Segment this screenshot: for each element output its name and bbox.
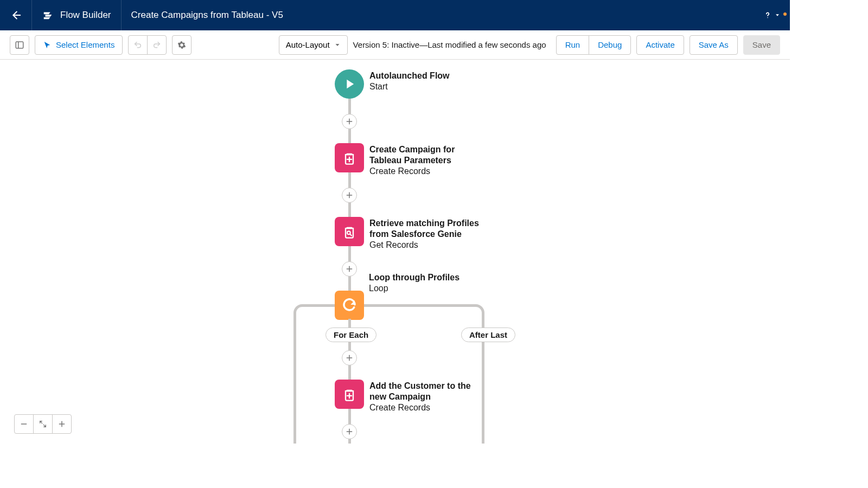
zoom-out-button[interactable]: [14, 414, 34, 434]
cursor-icon: [43, 41, 52, 49]
settings-button[interactable]: [172, 35, 192, 55]
redo-button[interactable]: [147, 35, 167, 55]
connector: [476, 304, 484, 313]
app-header: Flow Builder Create Campaigns from Table…: [0, 0, 790, 30]
create-records-node-2[interactable]: Add the Customer to the new Campaign Cre…: [335, 380, 478, 413]
node-label: Autolaunched Flow Start: [369, 69, 450, 92]
arrow-left-icon: [10, 9, 22, 21]
undo-icon: [133, 41, 142, 49]
start-icon: [335, 69, 364, 99]
loop-node[interactable]: [335, 291, 364, 320]
after-last-label: After Last: [461, 328, 515, 342]
create-records-icon: [335, 380, 364, 409]
start-node[interactable]: Autolaunched Flow Start: [335, 69, 450, 99]
connector: [364, 304, 476, 307]
node-label: Create Campaign for Tableau Parameters C…: [369, 143, 478, 177]
zoom-in-button[interactable]: [52, 414, 72, 434]
toggle-panel-button[interactable]: [10, 35, 29, 55]
redo-icon: [152, 41, 161, 49]
svg-point-1: [767, 17, 768, 18]
connector: [302, 304, 335, 307]
svg-line-13: [350, 234, 352, 236]
run-button[interactable]: Run: [556, 35, 590, 55]
get-records-node[interactable]: Retrieve matching Profiles from Salesfor…: [335, 217, 489, 251]
flow-canvas[interactable]: Autolaunched Flow Start Create Campaign …: [0, 60, 790, 444]
zoom-controls: [14, 414, 72, 434]
connector: [293, 313, 296, 444]
debug-button[interactable]: Debug: [589, 35, 631, 55]
create-records-node[interactable]: Create Campaign for Tableau Parameters C…: [335, 143, 478, 177]
gear-icon: [177, 41, 186, 49]
connector: [293, 304, 302, 313]
add-element-button[interactable]: [342, 261, 357, 277]
version-status: Version 5: Inactive—Last modified a few …: [353, 40, 546, 49]
get-records-icon: [335, 217, 364, 246]
layout-mode-label: Auto-Layout: [286, 40, 330, 49]
select-elements-label: Select Elements: [56, 40, 114, 49]
layout-mode-dropdown[interactable]: Auto-Layout: [279, 35, 348, 55]
plus-icon: [346, 354, 353, 362]
select-elements-button[interactable]: Select Elements: [35, 35, 123, 55]
page-title: Create Campaigns from Tableau - V5: [122, 10, 293, 21]
add-element-button[interactable]: [342, 188, 357, 203]
loop-icon: [335, 291, 364, 320]
back-button[interactable]: [0, 0, 31, 30]
node-label: Add the Customer to the new Campaign Cre…: [369, 380, 478, 413]
app-brand[interactable]: Flow Builder: [31, 0, 122, 30]
add-element-button[interactable]: [342, 114, 357, 129]
plus-icon: [346, 191, 353, 199]
plus-icon: [346, 118, 353, 125]
minus-icon: [20, 420, 28, 428]
plus-icon: [346, 428, 353, 435]
node-label: Retrieve matching Profiles from Salesfor…: [369, 217, 489, 251]
add-element-button[interactable]: [342, 424, 357, 439]
help-icon: [763, 10, 773, 20]
loop-label: Loop through Profiles Loop: [369, 271, 459, 294]
create-records-icon: [335, 143, 364, 172]
save-button[interactable]: Save: [743, 35, 780, 55]
help-menu[interactable]: [753, 10, 790, 20]
flow-builder-icon: [42, 9, 55, 22]
undo-button[interactable]: [128, 35, 148, 55]
chevron-down-icon: [334, 42, 341, 48]
toolbar: Select Elements Auto-Layout Version 5: I…: [0, 30, 790, 60]
plus-icon: [346, 265, 353, 273]
activate-button[interactable]: Activate: [636, 35, 684, 55]
panel-left-icon: [15, 40, 24, 50]
fit-to-screen-button[interactable]: [33, 414, 53, 434]
chevron-down-icon: [775, 12, 780, 18]
for-each-label: For Each: [326, 328, 376, 342]
svg-rect-2: [16, 42, 23, 48]
history-controls: [128, 35, 167, 55]
plus-icon: [58, 420, 66, 428]
notification-dot: [783, 12, 787, 16]
run-debug-group: Run Debug: [556, 35, 631, 55]
app-name: Flow Builder: [60, 10, 111, 21]
fit-icon: [39, 420, 47, 428]
add-element-button[interactable]: [342, 350, 357, 365]
save-as-button[interactable]: Save As: [690, 35, 738, 55]
